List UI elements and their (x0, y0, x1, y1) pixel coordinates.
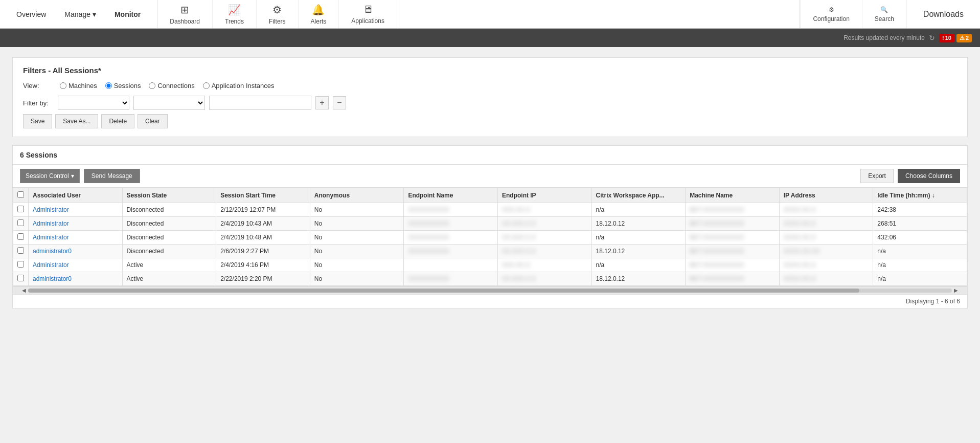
radio-application-instances[interactable]: Application Instances (203, 82, 275, 90)
configuration-icon: ⚙ (829, 6, 834, 13)
table-row[interactable]: Administrator Disconnected 2/12/2019 12:… (13, 203, 967, 217)
table-row[interactable]: Administrator Disconnected 2/4/2019 10:4… (13, 217, 967, 231)
row-checkbox[interactable] (17, 206, 24, 212)
search-icon: 🔍 (880, 6, 888, 13)
alert-badge-1[interactable]: ! 10 (939, 34, 954, 42)
row-user[interactable]: Administrator (29, 217, 123, 231)
user-link[interactable]: administrator0 (33, 275, 72, 282)
radio-machines[interactable]: Machines (60, 82, 97, 90)
row-checkbox-cell[interactable] (13, 245, 29, 258)
row-checkbox-cell[interactable] (13, 231, 29, 245)
row-checkbox-cell[interactable] (13, 203, 29, 217)
nav-configuration[interactable]: ⚙ Configuration (800, 0, 861, 28)
view-radio-group: Machines Sessions Connections Applicatio… (60, 82, 275, 90)
row-checkbox[interactable] (17, 219, 24, 226)
center-nav: ⊞ Dashboard 📈 Trends ⚙ Filters 🔔 Alerts … (157, 0, 800, 28)
user-link[interactable]: Administrator (33, 261, 69, 269)
table-row[interactable]: administrator0 Active 2/22/2019 2:20 PM … (13, 272, 967, 286)
scroll-left-arrow[interactable]: ◀ (20, 286, 28, 295)
nav-overview[interactable]: Overview (8, 0, 54, 28)
filter-value-input[interactable] (209, 96, 311, 110)
user-link[interactable]: Administrator (33, 234, 69, 241)
sessions-left-toolbar: Session Control ▾ Send Message (20, 169, 140, 183)
row-state: Disconnected (122, 231, 216, 245)
manage-dropdown-icon: ▾ (93, 10, 96, 18)
row-checkbox[interactable] (17, 275, 24, 281)
alert-badge-2[interactable]: ⚠ 2 (956, 34, 972, 42)
save-as-button[interactable]: Save As... (55, 114, 98, 128)
scroll-right-arrow[interactable]: ▶ (952, 286, 960, 295)
user-link[interactable]: Administrator (33, 220, 69, 227)
col-machine-name: Machine Name (686, 188, 780, 203)
send-message-button[interactable]: Send Message (84, 169, 140, 183)
user-link[interactable]: Administrator (33, 206, 69, 213)
row-endpoint-ip: XX.XXX.X.X (497, 217, 591, 231)
row-state: Active (122, 272, 216, 286)
filters-icon: ⚙ (272, 4, 282, 16)
view-label: View: (23, 82, 54, 90)
refresh-icon[interactable]: ↻ (929, 34, 935, 42)
row-idle-time: n/a (873, 258, 967, 272)
delete-button[interactable]: Delete (101, 114, 134, 128)
session-control-button[interactable]: Session Control ▾ (20, 169, 80, 183)
select-all-checkbox[interactable] (17, 191, 24, 198)
row-start-time: 2/22/2019 2:20 PM (216, 272, 310, 286)
row-anonymous: No (310, 272, 404, 286)
row-machine-name: BKT-XXXXXXXXXX (686, 258, 780, 272)
table-row[interactable]: Administrator Disconnected 2/4/2019 10:4… (13, 231, 967, 245)
add-filter-button[interactable]: + (315, 96, 329, 109)
filter-select-1[interactable] (58, 96, 129, 110)
row-user[interactable]: Administrator (29, 258, 123, 272)
nav-dashboard[interactable]: ⊞ Dashboard (157, 0, 213, 28)
row-start-time: 2/6/2019 2:27 PM (216, 245, 310, 258)
row-checkbox-cell[interactable] (13, 272, 29, 286)
table-footer: Displaying 1 - 6 of 6 (13, 294, 967, 308)
nav-applications[interactable]: 🖥 Applications (339, 0, 397, 28)
row-endpoint-ip: XXX.XX.X (497, 258, 591, 272)
row-endpoint-name (404, 258, 498, 272)
row-state: Active (122, 258, 216, 272)
filter-by-label: Filter by: (23, 99, 54, 107)
table-row[interactable]: Administrator Active 2/4/2019 4:16 PM No… (13, 258, 967, 272)
dashboard-icon: ⊞ (180, 4, 189, 16)
save-button[interactable]: Save (23, 114, 52, 128)
view-row: View: Machines Sessions Connections Appl… (23, 82, 957, 90)
row-endpoint-name: XXXXXXXXXX (404, 203, 498, 217)
remove-filter-button[interactable]: − (333, 96, 346, 109)
row-user[interactable]: Administrator (29, 203, 123, 217)
table-row[interactable]: administrator0 Disconnected 2/6/2019 2:2… (13, 245, 967, 258)
filters-title: Filters - All Sessions* (23, 66, 957, 75)
row-idle-time: 432:06 (873, 231, 967, 245)
row-checkbox[interactable] (17, 233, 24, 240)
row-checkbox-cell[interactable] (13, 258, 29, 272)
row-checkbox[interactable] (17, 261, 24, 268)
user-link[interactable]: administrator0 (33, 248, 72, 255)
main-content: Filters - All Sessions* View: Machines S… (0, 47, 980, 319)
nav-search[interactable]: 🔍 Search (862, 0, 906, 28)
nav-alerts[interactable]: 🔔 Alerts (299, 0, 339, 28)
row-machine-name: BKT-XXXXXXXXXX (686, 272, 780, 286)
choose-columns-button[interactable]: Choose Columns (898, 169, 960, 183)
clear-button[interactable]: Clear (138, 114, 168, 128)
row-idle-time: 242:38 (873, 203, 967, 217)
row-user[interactable]: administrator0 (29, 245, 123, 258)
nav-manage[interactable]: Manage ▾ (56, 0, 104, 28)
nav-monitor[interactable]: Monitor (106, 0, 149, 28)
row-user[interactable]: administrator0 (29, 272, 123, 286)
nav-filters[interactable]: ⚙ Filters (257, 0, 299, 28)
nav-trends[interactable]: 📈 Trends (213, 0, 257, 28)
col-citrix-workspace: Citrix Workspace App... (591, 188, 686, 203)
scrollbar-track[interactable] (28, 289, 952, 293)
radio-connections[interactable]: Connections (149, 82, 194, 90)
trends-icon: 📈 (228, 4, 241, 16)
radio-sessions[interactable]: Sessions (105, 82, 141, 90)
filter-select-2[interactable] (133, 96, 205, 110)
row-checkbox-cell[interactable] (13, 217, 29, 231)
row-citrix-workspace: n/a (591, 203, 686, 217)
export-button[interactable]: Export (860, 169, 894, 183)
right-nav: ⚙ Configuration 🔍 Search Downloads (800, 0, 980, 28)
row-checkbox[interactable] (17, 247, 24, 254)
nav-downloads[interactable]: Downloads (906, 0, 980, 28)
row-user[interactable]: Administrator (29, 231, 123, 245)
row-idle-time: n/a (873, 272, 967, 286)
